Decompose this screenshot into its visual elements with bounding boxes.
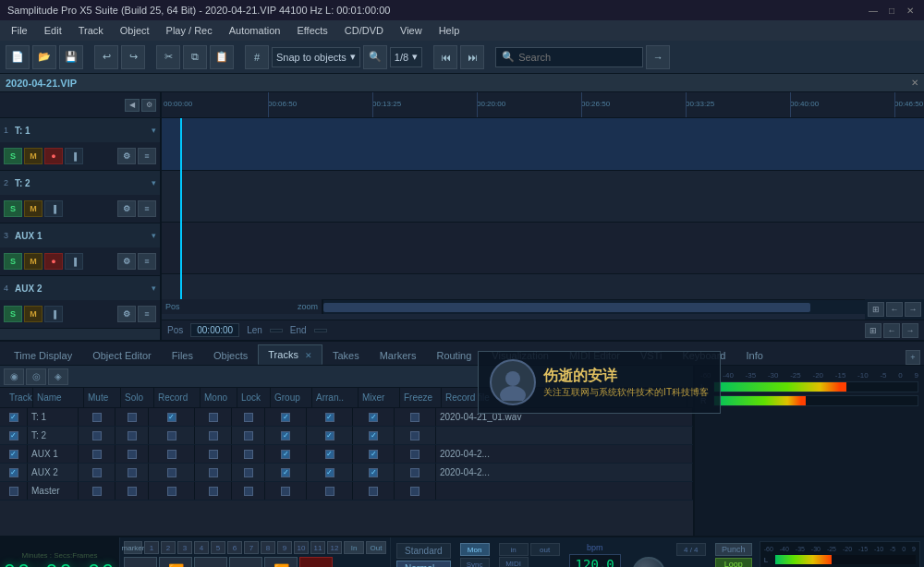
grid-btn[interactable]: # [245, 45, 269, 69]
menu-automation[interactable]: Automation [222, 23, 288, 38]
tl-1-record[interactable] [149, 408, 195, 426]
tl-1-check[interactable] [0, 408, 28, 426]
menu-view[interactable]: View [393, 23, 430, 38]
scroll-next-btn[interactable]: → [905, 302, 921, 317]
transport-ffwd-btn[interactable]: ⏩ [264, 557, 298, 567]
tc-collapse-btn[interactable]: ◀ [125, 99, 140, 112]
punch-btn[interactable]: Punch [715, 543, 752, 556]
tl-1-checkbox[interactable] [9, 413, 18, 422]
track-1-vol-btn[interactable]: ≡ [138, 148, 156, 164]
sync-btn[interactable]: Sync [460, 558, 490, 567]
track-2-vol-btn[interactable]: ≡ [138, 200, 156, 217]
tl-5-record[interactable] [149, 482, 195, 500]
view-fwd-btn[interactable]: → [902, 323, 918, 338]
tl-3-record[interactable] [149, 445, 195, 463]
menu-edit[interactable]: Edit [37, 23, 69, 38]
transport-tostart-btn[interactable]: ⏮ [124, 557, 157, 567]
tab-tracks[interactable]: Tracks ✕ [258, 344, 322, 365]
track-1-solo-btn[interactable]: S [4, 148, 22, 164]
tab-objects[interactable]: Objects [203, 345, 258, 365]
track-4-vol-btn[interactable]: ≡ [138, 306, 156, 322]
track-4-mute-btn[interactable]: M [24, 306, 43, 322]
track-1-mute-btn[interactable]: M [24, 148, 43, 164]
menu-effects[interactable]: Effects [289, 23, 334, 38]
tl-5-check[interactable] [0, 482, 28, 500]
loop-btn[interactable]: Loop [715, 558, 752, 567]
tab-files[interactable]: Files [162, 345, 203, 365]
track-3-mute-btn[interactable]: M [24, 253, 43, 270]
tl-2-solo[interactable] [116, 427, 149, 444]
track-1-arrow[interactable]: ▾ [152, 126, 156, 135]
tl-1-mixer[interactable] [353, 408, 395, 426]
marker-4-btn[interactable]: 4 [194, 541, 209, 554]
track-1-fx-btn[interactable]: ⚙ [117, 148, 136, 164]
search-input[interactable] [518, 52, 629, 63]
normal-mode-btn[interactable]: Normal [396, 561, 451, 567]
transport-stop-btn[interactable]: ■ [194, 557, 227, 567]
tl-toolbar-btn-2[interactable]: ◎ [26, 368, 46, 385]
tl-toolbar-btn-3[interactable]: ◈ [48, 368, 68, 385]
tl-5-solo[interactable] [116, 482, 149, 500]
maximize-button[interactable]: □ [885, 4, 898, 17]
tl-3-mute[interactable] [79, 445, 116, 463]
tl-3-check[interactable] [0, 445, 28, 463]
tl-2-freeze[interactable] [395, 427, 436, 444]
redo-btn[interactable]: ↪ [121, 45, 145, 69]
tl-4-mute[interactable] [79, 464, 116, 481]
tl-3-lock[interactable] [232, 445, 265, 463]
tl-1-solo[interactable] [116, 408, 149, 426]
tl-1-arran[interactable] [307, 408, 353, 426]
tab-tracks-close[interactable]: ✕ [305, 351, 312, 360]
tl-2-mixer[interactable] [353, 427, 395, 444]
tab-add-btn[interactable]: + [906, 350, 920, 365]
marker-6-btn[interactable]: 6 [227, 541, 242, 554]
tl-1-lock[interactable] [232, 408, 265, 426]
tc-settings-btn[interactable]: ⚙ [141, 99, 156, 112]
marker-10-btn[interactable]: 10 [294, 541, 309, 554]
transport-rewind-btn[interactable]: ⏪ [159, 557, 192, 567]
tab-time-display[interactable]: Time Display [4, 345, 82, 365]
marker-2-btn[interactable]: 2 [161, 541, 176, 554]
tracks-canvas[interactable] [162, 118, 924, 299]
scrollbar-thumb[interactable] [323, 303, 810, 312]
tl-4-mono[interactable] [195, 464, 232, 481]
search-box[interactable]: 🔍 [495, 47, 643, 67]
close-button[interactable]: ✕ [904, 4, 917, 17]
track-2-flat-btn[interactable]: ▐ [44, 200, 63, 217]
zoom-in-btn[interactable]: 🔍 [363, 45, 387, 69]
tab-routing[interactable]: Routing [426, 345, 481, 365]
track-2-solo-btn[interactable]: S [4, 200, 22, 217]
paste-btn[interactable]: 📋 [210, 45, 234, 69]
tl-4-group[interactable] [265, 464, 307, 481]
tl-4-arran[interactable] [307, 464, 353, 481]
menu-help[interactable]: Help [432, 23, 468, 38]
track-3-solo-btn[interactable]: S [4, 253, 22, 270]
marker-5-btn[interactable]: 5 [211, 541, 225, 554]
scroll-prev-btn[interactable]: ← [886, 302, 903, 317]
open-btn[interactable]: 📂 [32, 45, 56, 69]
transport-play-btn[interactable]: ▶ [229, 557, 262, 567]
out-btn[interactable]: Out [366, 541, 386, 554]
in-btn[interactable]: In [344, 541, 364, 554]
midi-btn[interactable]: MIDI [499, 557, 529, 567]
track-4-fx-btn[interactable]: ⚙ [117, 306, 136, 322]
menu-cd-dvd[interactable]: CD/DVD [337, 23, 391, 38]
track-3-arrow[interactable]: ▾ [152, 231, 156, 240]
menu-track[interactable]: Track [71, 23, 111, 38]
tab-takes[interactable]: Takes [322, 345, 370, 365]
mon-btn[interactable]: Mon [460, 543, 490, 556]
tl-4-check[interactable] [0, 464, 28, 481]
scroll-expand-btn[interactable]: ⊞ [868, 302, 884, 317]
tl-5-mono[interactable] [195, 482, 232, 500]
track-4-solo-btn[interactable]: S [4, 306, 22, 322]
menu-object[interactable]: Object [113, 23, 157, 38]
tl-2-arran[interactable] [307, 427, 353, 444]
tl-3-mixer[interactable] [353, 445, 395, 463]
minimize-button[interactable]: — [867, 4, 880, 17]
track-2-mute-btn[interactable]: M [24, 200, 43, 217]
tl-1-freeze[interactable] [395, 408, 436, 426]
tl-5-arran[interactable] [307, 482, 353, 500]
menu-file[interactable]: File [4, 23, 35, 38]
tl-2-mute[interactable] [79, 427, 116, 444]
marker-9-btn[interactable]: 9 [277, 541, 292, 554]
